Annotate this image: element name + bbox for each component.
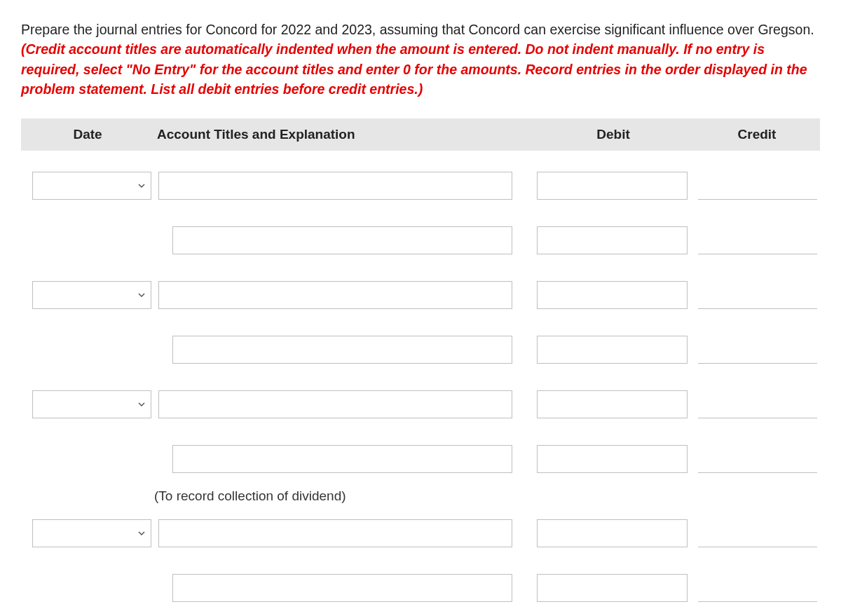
account-title-input[interactable] [172, 445, 512, 473]
debit-amount-input[interactable] [537, 172, 688, 200]
account-title-input[interactable] [172, 336, 512, 364]
table-row: (To record collection of dividend) [21, 479, 820, 514]
account-title-input[interactable] [172, 574, 512, 602]
debit-amount-input[interactable] [537, 281, 688, 309]
col-header-account: Account Titles and Explanation [154, 118, 533, 151]
table-header-row: Date Account Titles and Explanation Debi… [21, 118, 820, 151]
table-row [21, 514, 820, 553]
table-row [21, 568, 820, 608]
col-header-credit: Credit [694, 118, 820, 151]
table-row [21, 221, 820, 260]
table-row [21, 439, 820, 479]
entry-caption-income: (To record investment income) [154, 608, 533, 616]
debit-amount-input[interactable] [537, 519, 688, 547]
credit-amount-input[interactable] [698, 281, 817, 309]
instructions-main: Prepare the journal entries for Concord … [21, 22, 814, 37]
date-select[interactable] [32, 519, 151, 547]
account-title-input[interactable] [158, 172, 512, 200]
account-title-input[interactable] [158, 390, 512, 418]
credit-amount-input[interactable] [698, 336, 817, 364]
instructions-red-note: (Credit account titles are automatically… [21, 41, 807, 97]
debit-amount-input[interactable] [537, 445, 688, 473]
table-row [21, 330, 820, 369]
date-select[interactable] [32, 172, 151, 200]
account-title-input[interactable] [172, 226, 512, 254]
col-header-debit: Debit [533, 118, 694, 151]
credit-amount-input[interactable] [698, 574, 817, 602]
debit-amount-input[interactable] [537, 226, 688, 254]
problem-instructions: Prepare the journal entries for Concord … [21, 20, 820, 99]
entry-caption-dividend: (To record collection of dividend) [154, 479, 533, 514]
credit-amount-input[interactable] [698, 445, 817, 473]
credit-amount-input[interactable] [698, 390, 817, 418]
table-row: (To record investment income) [21, 608, 820, 616]
debit-amount-input[interactable] [537, 574, 688, 602]
credit-amount-input[interactable] [698, 226, 817, 254]
account-title-input[interactable] [158, 519, 512, 547]
journal-entry-table: Date Account Titles and Explanation Debi… [21, 118, 820, 616]
date-select[interactable] [32, 281, 151, 309]
account-title-input[interactable] [158, 281, 512, 309]
col-header-date: Date [21, 118, 154, 151]
table-row [21, 275, 820, 315]
table-row [21, 166, 820, 205]
debit-amount-input[interactable] [537, 390, 688, 418]
debit-amount-input[interactable] [537, 336, 688, 364]
date-select[interactable] [32, 390, 151, 418]
table-row [21, 385, 820, 424]
credit-amount-input[interactable] [698, 519, 817, 547]
credit-amount-input[interactable] [698, 172, 817, 200]
